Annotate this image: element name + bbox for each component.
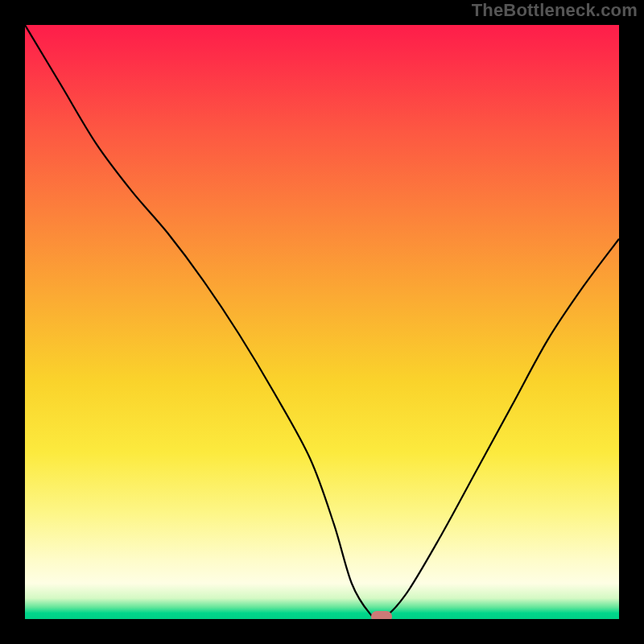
optimum-marker [371, 611, 392, 619]
curve-path [25, 25, 619, 619]
figure-container: TheBottleneck.com [0, 0, 644, 644]
bottleneck-curve [25, 25, 619, 619]
watermark-text: TheBottleneck.com [472, 0, 638, 21]
plot-area [25, 25, 619, 619]
